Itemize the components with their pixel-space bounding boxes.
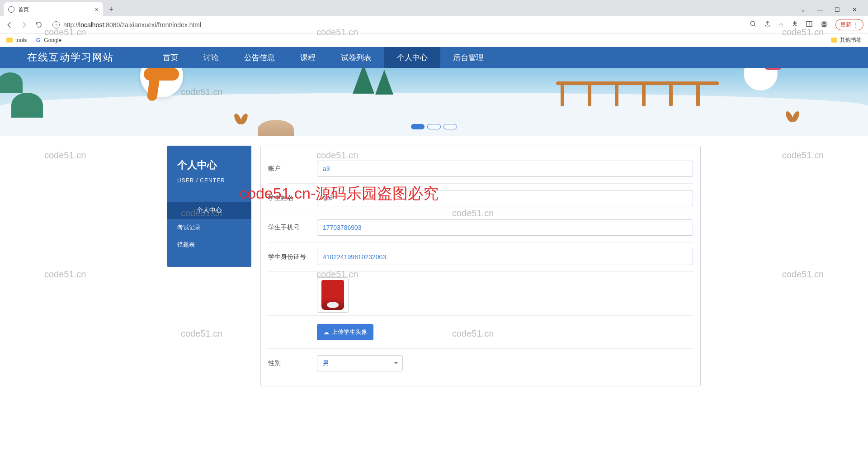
sidebar-item-exam-record[interactable]: 考试记录 — [167, 219, 251, 236]
sidebar-item-wrong[interactable]: 错题表 — [167, 236, 251, 253]
profile-avatar-icon[interactable] — [820, 20, 828, 29]
side-panel-icon[interactable] — [806, 20, 813, 29]
watermark: code51.cn — [782, 150, 824, 161]
upload-avatar-button[interactable]: 上传学生头像 — [317, 324, 373, 340]
nav-admin[interactable]: 后台管理 — [440, 47, 496, 68]
maximize-icon[interactable]: ☐ — [833, 6, 842, 13]
browser-chrome: 首页 × + ⌄ — ☐ ✕ i http://localhost:8080/z… — [0, 0, 868, 47]
tab-title: 首页 — [18, 6, 29, 14]
select-gender[interactable]: 男 — [317, 355, 403, 371]
carousel-dots — [411, 124, 457, 129]
site-nav: 在线互动学习网站 首页 讨论 公告信息 课程 试卷列表 个人中心 后台管理 — [0, 47, 868, 68]
cloud-upload-icon — [323, 329, 329, 336]
label-idcard: 学生身份证号 — [268, 253, 317, 261]
minimize-icon[interactable]: — — [816, 6, 825, 13]
sidebar-item-profile[interactable]: 个人中心 — [167, 202, 251, 219]
google-icon: G — [35, 37, 41, 43]
site-brand[interactable]: 在线互动学习网站 — [27, 51, 114, 64]
close-window-icon[interactable]: ✕ — [850, 6, 859, 13]
nav-exam[interactable]: 试卷列表 — [328, 47, 384, 68]
sidebar-title: 个人中心 — [177, 158, 241, 172]
share-icon[interactable] — [764, 20, 771, 29]
watermark: code51.cn — [44, 269, 86, 280]
label-name: 学生姓名 — [268, 194, 317, 202]
nav-announce[interactable]: 公告信息 — [231, 47, 288, 68]
label-phone: 学生手机号 — [268, 223, 317, 232]
nav-course[interactable]: 课程 — [288, 47, 328, 68]
nav-discuss[interactable]: 讨论 — [191, 47, 231, 68]
carousel-dot-3[interactable] — [443, 124, 457, 129]
watermark: code51.cn — [782, 269, 824, 280]
banner-carousel — [0, 68, 868, 136]
new-tab-button[interactable]: + — [105, 3, 118, 16]
folder-icon — [6, 38, 13, 43]
forward-button[interactable] — [19, 20, 29, 30]
input-name[interactable] — [317, 190, 693, 206]
input-idcard[interactable] — [317, 249, 693, 265]
address-bar[interactable]: i http://localhost:8080/zaixianxuexi/fro… — [48, 18, 745, 32]
svg-rect-1 — [807, 22, 812, 27]
svg-point-0 — [750, 21, 755, 25]
svg-point-4 — [823, 22, 825, 24]
sidebar: 个人中心 USER / CENTER 个人中心 考试记录 错题表 — [167, 146, 251, 267]
browser-tab[interactable]: 首页 × — [4, 2, 103, 17]
carousel-dot-2[interactable] — [427, 124, 441, 129]
sidebar-subtitle: USER / CENTER — [177, 177, 241, 184]
carousel-dot-1[interactable] — [411, 124, 425, 129]
zoom-icon[interactable] — [750, 20, 757, 29]
chevron-down-icon[interactable]: ⌄ — [798, 6, 807, 13]
update-button[interactable]: 更新 — [835, 19, 863, 30]
site-info-icon[interactable]: i — [52, 21, 60, 29]
nav-user-center[interactable]: 个人中心 — [384, 47, 440, 68]
label-account: 账户 — [268, 165, 317, 173]
avatar-preview — [317, 277, 349, 313]
profile-form: 账户 学生姓名 学生手机号 学生身份证号 上传学生头像 性别 男 — [260, 146, 701, 386]
extensions-icon[interactable] — [791, 20, 798, 29]
globe-icon — [8, 6, 14, 13]
bookmark-google[interactable]: GGoogle — [35, 37, 61, 43]
nav-home[interactable]: 首页 — [150, 47, 191, 68]
input-account[interactable] — [317, 161, 693, 177]
back-button[interactable] — [5, 20, 14, 30]
label-gender: 性别 — [268, 359, 317, 367]
input-phone[interactable] — [317, 219, 693, 236]
reload-button[interactable] — [33, 20, 43, 30]
watermark: code51.cn — [44, 150, 86, 161]
close-tab-icon[interactable]: × — [95, 6, 99, 13]
bookmark-other[interactable]: 其他书签 — [831, 36, 862, 44]
bookmark-star-icon[interactable]: ☆ — [778, 21, 784, 28]
url-text: http://localhost:8080/zaixianxuexi/front… — [63, 21, 201, 29]
folder-icon — [831, 38, 837, 43]
bookmark-tools[interactable]: tools — [6, 37, 27, 43]
